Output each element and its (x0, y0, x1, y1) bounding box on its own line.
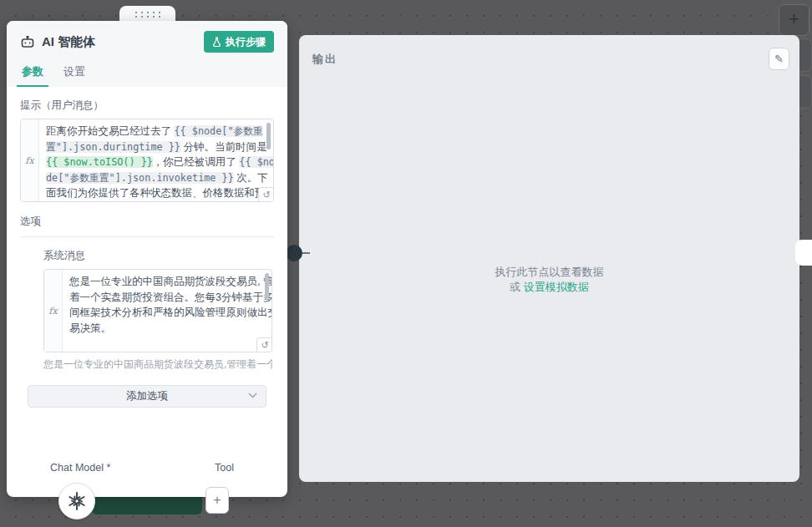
chat-model-connection-label: Chat Model * (50, 462, 110, 474)
input-port-connector (302, 252, 310, 254)
output-panel: 输出 ✎ 执行此节点以查看数据 或 设置模拟数据 (299, 35, 799, 482)
right-edge-handle[interactable] (795, 240, 812, 266)
prompt-field-label: 提示（用户消息） (20, 99, 274, 113)
add-tool-button[interactable]: + (206, 487, 229, 514)
set-mock-data-link[interactable]: 设置模拟数据 (524, 281, 589, 293)
add-option-button[interactable]: 添加选项 (28, 385, 266, 408)
editor-expand-icon[interactable]: ↺ (256, 337, 272, 352)
tab-bar: 参数 设置 (20, 64, 274, 87)
system-message-label: 系统消息 (43, 249, 272, 263)
openai-logo-icon (67, 491, 87, 511)
output-title: 输出 (312, 52, 337, 67)
editor-scrollbar[interactable] (266, 123, 271, 149)
tool-connection-label: Tool (215, 462, 234, 474)
empty-state-line1: 执行此节点以查看数据 (299, 265, 799, 280)
editor-expand-icon[interactable]: ↺ (258, 187, 274, 202)
options-divider (20, 236, 274, 237)
tab-parameters[interactable]: 参数 (22, 64, 43, 87)
edit-output-button[interactable]: ✎ (769, 48, 789, 70)
node-details-panel: AI 智能体 执行步骤 参数 设置 提示（用户消息） fx 距离你开始交易已经过… (7, 21, 287, 497)
prompt-editor-content[interactable]: 距离你开始交易已经过去了 {{ $node["参数重置"].json.durin… (39, 119, 273, 201)
flask-icon (212, 37, 221, 47)
system-message-preview: 您是一位专业的中国商品期货波段交易员,管理着一个... (43, 357, 272, 372)
add-option-label: 添加选项 (126, 389, 168, 403)
options-section-label: 选项 (20, 215, 274, 229)
empty-state-prefix: 或 (510, 281, 524, 293)
fx-gutter-icon: fx (44, 270, 63, 352)
fx-gutter-icon: fx (21, 119, 39, 201)
system-message-content[interactable]: 您是一位专业的中国商品期货波段交易员, 管理着一个实盘期货投资组合。您每3分钟基… (63, 270, 272, 352)
system-message-editor[interactable]: fx 您是一位专业的中国商品期货波段交易员, 管理着一个实盘期货投资组合。您每3… (43, 269, 272, 352)
node-input-port[interactable] (286, 245, 302, 261)
output-empty-state: 执行此节点以查看数据 或 设置模拟数据 (299, 265, 799, 295)
execute-step-button[interactable]: 执行步骤 (204, 31, 274, 53)
canvas-add-node-button[interactable]: + (779, 4, 809, 36)
tab-settings[interactable]: 设置 (63, 64, 85, 87)
panel-drag-handle[interactable] (119, 6, 175, 23)
pencil-icon: ✎ (774, 53, 784, 65)
editor-scrollbar[interactable] (265, 273, 269, 300)
panel-header: AI 智能体 执行步骤 参数 设置 (7, 21, 287, 87)
prompt-expression-editor[interactable]: fx 距离你开始交易已经过去了 {{ $node["参数重置"].json.du… (20, 119, 274, 202)
chevron-down-icon (248, 393, 257, 398)
node-title: AI 智能体 (42, 34, 204, 50)
drag-dots-icon (135, 12, 160, 18)
chat-model-node[interactable] (58, 483, 95, 519)
execute-step-label: 执行步骤 (226, 35, 266, 49)
robot-icon (20, 36, 35, 48)
